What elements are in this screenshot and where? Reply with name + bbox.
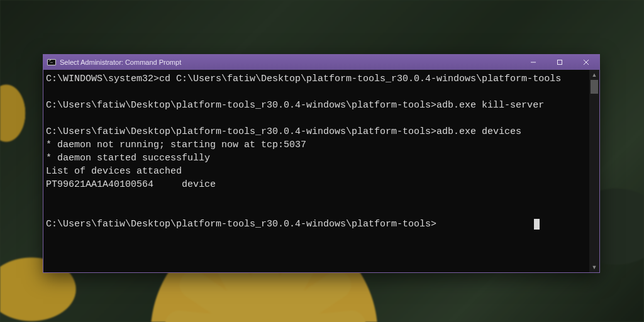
terminal-body[interactable]: C:\WINDOWS\system32>cd C:\Users\fatiw\De… [43, 70, 599, 272]
minimize-button[interactable] [520, 55, 547, 70]
command-prompt-window: Select Administrator: Command Prompt C:\… [43, 54, 600, 273]
terminal-output: C:\WINDOWS\system32>cd C:\Users\fatiw\De… [46, 72, 594, 231]
scroll-thumb[interactable] [591, 80, 598, 94]
window-title: Select Administrator: Command Prompt [60, 58, 181, 66]
scrollbar[interactable]: ▲ ▼ [589, 70, 599, 272]
titlebar[interactable]: Select Administrator: Command Prompt [43, 55, 599, 70]
close-button[interactable] [573, 55, 599, 70]
svg-rect-1 [558, 60, 562, 65]
cmd-icon [47, 59, 56, 65]
scroll-up-icon[interactable]: ▲ [589, 70, 599, 80]
terminal-cursor [534, 219, 540, 230]
maximize-button[interactable] [547, 55, 573, 70]
scroll-track[interactable] [589, 80, 599, 262]
scroll-down-icon[interactable]: ▼ [589, 262, 599, 272]
